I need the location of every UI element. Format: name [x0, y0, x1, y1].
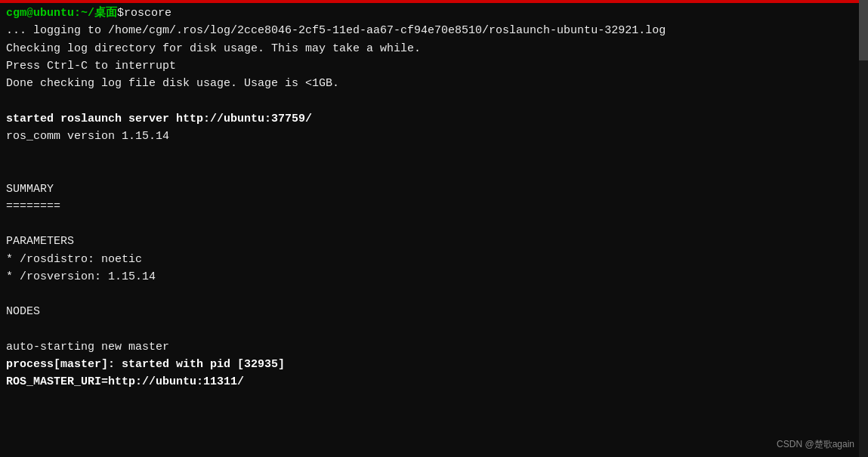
- prompt-cmd: roscore: [124, 5, 171, 22]
- terminal-line: [6, 215, 848, 233]
- terminal-line: ROS_MASTER_URI=http://ubuntu:11311/: [6, 373, 848, 391]
- prompt-line: cgm@ubuntu :~/桌面 $ roscore: [6, 5, 848, 22]
- prompt-user: cgm@ubuntu: [6, 5, 74, 22]
- terminal-line: process[master]: started with pid [32935…: [6, 356, 848, 373]
- scrollbar[interactable]: [859, 0, 868, 457]
- terminal-line: NODES: [6, 303, 848, 320]
- terminal-content: cgm@ubuntu :~/桌面 $ roscore ... logging t…: [0, 0, 859, 396]
- terminal-line: PARAMETERS: [6, 233, 848, 250]
- terminal-line: [6, 162, 848, 180]
- prompt-path: :~/桌面: [74, 5, 117, 22]
- terminal-line: auto-starting new master: [6, 338, 848, 356]
- terminal-line: Press Ctrl-C to interrupt: [6, 57, 848, 75]
- prompt-dollar: $: [117, 5, 124, 22]
- terminal-window: cgm@ubuntu :~/桌面 $ roscore ... logging t…: [0, 0, 868, 457]
- terminal-line: Checking log directory for disk usage. T…: [6, 40, 848, 57]
- terminal-line: * /rosversion: 1.15.14: [6, 268, 848, 286]
- watermark: CSDN @楚歌again: [777, 438, 854, 451]
- terminal-line: [6, 92, 848, 110]
- terminal-line: [6, 286, 848, 303]
- terminal-line: SUMMARY: [6, 181, 848, 198]
- terminal-line: ros_comm version 1.15.14: [6, 128, 848, 145]
- terminal-line: ========: [6, 198, 848, 215]
- terminal-lines: ... logging to /home/cgm/.ros/log/2cce80…: [6, 22, 848, 391]
- terminal-line: ... logging to /home/cgm/.ros/log/2cce80…: [6, 22, 848, 39]
- top-bar: [0, 0, 868, 3]
- terminal-line: [6, 145, 848, 162]
- terminal-line: started roslaunch server http://ubuntu:3…: [6, 110, 848, 128]
- terminal-line: [6, 321, 848, 338]
- scrollbar-thumb[interactable]: [859, 0, 868, 60]
- terminal-line: * /rosdistro: noetic: [6, 251, 848, 268]
- terminal-line: Done checking log file disk usage. Usage…: [6, 75, 848, 92]
